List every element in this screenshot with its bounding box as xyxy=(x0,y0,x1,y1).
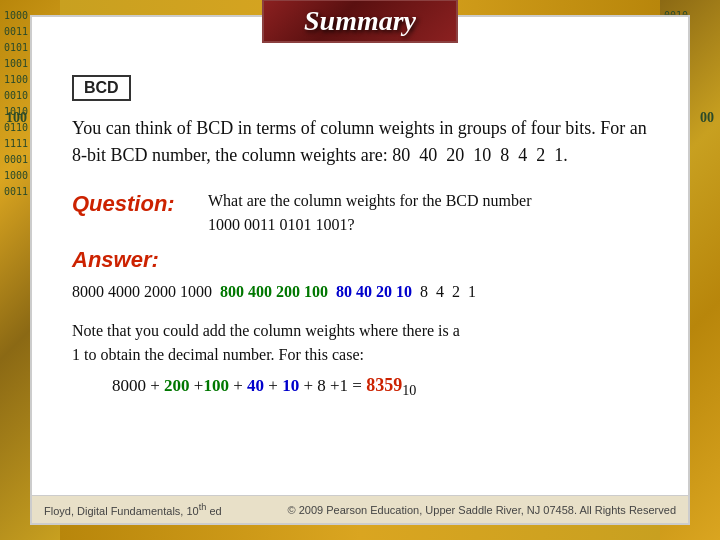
answer-black: 8000 4000 2000 1000 xyxy=(72,283,220,300)
answer-label: Answer: xyxy=(72,247,648,273)
page-title: Summary xyxy=(304,5,416,36)
footer-left: Floyd, Digital Fundamentals, 10th ed xyxy=(44,502,222,517)
title-bar: Summary xyxy=(262,0,458,43)
bcd-badge: BCD xyxy=(72,75,131,101)
side-number-right: 00 xyxy=(700,110,714,126)
subscript-10: 10 xyxy=(402,382,416,398)
eq-10: 10 xyxy=(282,376,299,395)
eq-100: 100 xyxy=(203,376,229,395)
main-content-area: Summary BCD You can think of BCD in term… xyxy=(30,15,690,525)
footer-right: © 2009 Pearson Education, Upper Saddle R… xyxy=(288,504,676,516)
question-label: Question: xyxy=(72,191,192,217)
title-container: Summary xyxy=(32,17,688,35)
question-text: What are the column weights for the BCD … xyxy=(208,189,531,237)
answer-green: 800 400 200 100 xyxy=(220,283,336,300)
main-content: BCD You can think of BCD in terms of col… xyxy=(32,35,688,429)
main-paragraph: You can think of BCD in terms of column … xyxy=(72,115,648,169)
footer: Floyd, Digital Fundamentals, 10th ed © 2… xyxy=(32,495,688,523)
eq-result: 8359 xyxy=(366,375,402,395)
eq-40: 40 xyxy=(247,376,264,395)
side-number-left: 100 xyxy=(6,110,27,126)
note-text: Note that you could add the column weigh… xyxy=(72,319,648,367)
equation: 8000 + 200 +100 + 40 + 10 + 8 +1 = 83591… xyxy=(112,375,648,399)
answer-blue: 80 40 20 10 xyxy=(336,283,420,300)
question-row: Question: What are the column weights fo… xyxy=(72,189,648,237)
eq-200: 200 xyxy=(164,376,190,395)
answer-numbers: 8000 4000 2000 1000 800 400 200 100 80 4… xyxy=(72,279,648,305)
answer-end: 8 4 2 1 xyxy=(420,283,476,300)
